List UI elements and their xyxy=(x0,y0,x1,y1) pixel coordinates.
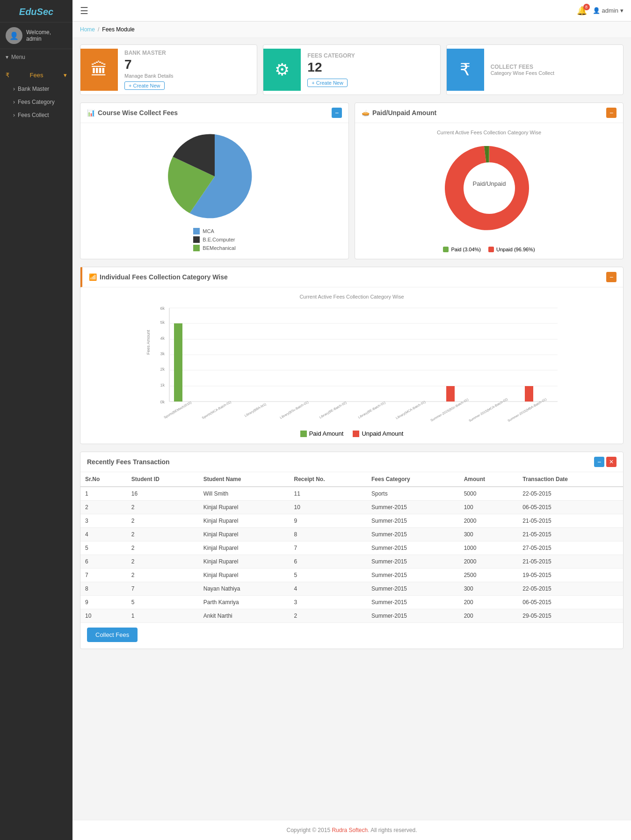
table-cell-student_id: 2 xyxy=(127,569,199,582)
table-cell-receipt: 5 xyxy=(289,569,367,582)
sidebar-item-label: Bank Master xyxy=(18,86,49,92)
bar-chart-minimize-btn[interactable]: − xyxy=(606,272,616,282)
table-cell-amount: 2000 xyxy=(459,555,518,569)
gear-icon: ⚙ xyxy=(263,49,301,91)
paid-unpaid-minimize-btn[interactable]: − xyxy=(606,108,616,118)
table-cell-date: 21-05-2015 xyxy=(518,514,623,528)
svg-point-0 xyxy=(464,162,515,214)
paid-unpaid-body: Current Active Fees Collection Category … xyxy=(355,123,623,259)
rupee-icon: ₹ xyxy=(6,72,9,79)
col-fees-category: Fees Category xyxy=(367,472,459,487)
table-cell-date: 19-05-2015 xyxy=(518,569,623,582)
be-computer-label: B.E.Computer xyxy=(203,237,235,242)
fees-category-card: ⚙ FEES CATEGORY 12 + Create New xyxy=(263,44,440,95)
table-cell-date: 22-05-2015 xyxy=(518,487,623,501)
col-student-name: Student Name xyxy=(199,472,290,487)
course-pie-title-area: 📊 Course Wise Collect Fees xyxy=(87,109,178,117)
notification-icon[interactable]: 🔔 8 xyxy=(577,6,587,16)
avatar: 👤 xyxy=(6,27,22,44)
course-pie-minimize-btn[interactable]: − xyxy=(332,108,342,118)
table-cell-sr: 8 xyxy=(80,582,127,596)
table-cell-sr: 3 xyxy=(80,514,127,528)
table-cell-date: 06-05-2015 xyxy=(518,501,623,514)
donut-icon: 🥧 xyxy=(362,109,370,117)
col-student-id: Student ID xyxy=(127,472,199,487)
user-icon: 👤 xyxy=(593,7,600,14)
table-cell-student_id: 2 xyxy=(127,514,199,528)
legend-unpaid: Unpaid (96.96%) xyxy=(488,247,535,252)
collect-fees-card-title: COLLECT FEES xyxy=(491,64,616,70)
table-cell-sr: 1 xyxy=(80,487,127,501)
course-pie-legend: MCA B.E.Computer BEMechanical xyxy=(193,228,235,251)
table-row: 72Kinjal Ruparel5Summer-2015250019-05-20… xyxy=(80,569,623,582)
transactions-actions: − ✕ xyxy=(594,457,616,467)
transactions-header: Recently Fees Transaction − ✕ xyxy=(80,452,623,472)
table-cell-name: Kinjal Ruparel xyxy=(199,555,290,569)
collect-fees-button[interactable]: Collect Fees xyxy=(87,628,138,642)
rupee-icon: ₹ xyxy=(447,49,484,91)
table-cell-amount: 5000 xyxy=(459,487,518,501)
svg-text:Sports(BEMech2015): Sports(BEMech2015) xyxy=(163,401,192,419)
fees-category-card-number: 12 xyxy=(307,60,433,75)
pie-chart-icon: 📊 xyxy=(87,109,95,117)
paid-unpaid-title-area: 🥧 Paid/Unpaid Amount xyxy=(362,109,436,117)
svg-text:Library(MCA-Batch-01): Library(MCA-Batch-01) xyxy=(395,400,426,420)
paid-unpaid-svg: Paid/Unpaid xyxy=(433,139,545,242)
bank-create-link[interactable]: + Create New xyxy=(124,81,165,90)
table-cell-name: Nayan Nathiya xyxy=(199,582,290,596)
svg-text:3k: 3k xyxy=(160,351,165,356)
table-cell-amount: 200 xyxy=(459,596,518,609)
table-cell-sr: 2 xyxy=(80,501,127,514)
collect-fees-card: ₹ COLLECT FEES Category Wise Fees Collec… xyxy=(446,44,624,95)
bar-unpaid-label: Unpaid Amount xyxy=(362,430,403,437)
collect-fees-card-sub: Category Wise Fees Collect xyxy=(491,70,616,76)
table-row: 101Ankit Narthi2Summer-201520029-05-2015 xyxy=(80,609,623,623)
table-cell-category: Summer-2015 xyxy=(367,569,459,582)
table-cell-receipt: 4 xyxy=(289,582,367,596)
sidebar-user: 👤 Welcome, admin xyxy=(0,22,73,49)
admin-dropdown[interactable]: 👤 admin ▾ xyxy=(593,7,624,14)
sidebar-item-bank-master[interactable]: › Bank Master xyxy=(0,82,73,95)
table-row: 32Kinjal Ruparel9Summer-2015200021-05-20… xyxy=(80,514,623,528)
transactions-minimize-btn[interactable]: − xyxy=(594,457,604,467)
table-cell-student_id: 5 xyxy=(127,596,199,609)
bar-chart-title-area: 📶 Individual Fees Collection Category Wi… xyxy=(89,273,228,281)
table-cell-amount: 2000 xyxy=(459,514,518,528)
footer-link[interactable]: Rudra Softech xyxy=(332,827,368,833)
table-cell-category: Summer-2015 xyxy=(367,514,459,528)
svg-text:Library(BE-Batch-02): Library(BE-Batch-02) xyxy=(319,401,348,419)
table-cell-date: 21-05-2015 xyxy=(518,555,623,569)
menu-label: Menu xyxy=(11,54,25,60)
fees-section-title[interactable]: ₹ Fees ▾ xyxy=(0,68,73,82)
svg-text:2k: 2k xyxy=(160,367,165,372)
table-cell-date: 29-05-2015 xyxy=(518,609,623,623)
arrow-icon: › xyxy=(13,112,15,118)
sidebar: EduSec 👤 Welcome, admin ▾ Menu ₹ Fees ▾ … xyxy=(0,0,73,840)
fees-category-create-link[interactable]: + Create New xyxy=(307,79,348,87)
transactions-table: Sr.No Student ID Student Name Receipt No… xyxy=(80,472,623,623)
table-cell-amount: 300 xyxy=(459,528,518,541)
transactions-close-btn[interactable]: ✕ xyxy=(606,457,616,467)
sidebar-item-fees-category[interactable]: › Fees Category xyxy=(0,95,73,109)
transactions-title: Recently Fees Transaction xyxy=(87,458,170,466)
topbar: ☰ 🔔 8 👤 admin ▾ xyxy=(73,0,631,22)
hamburger-icon[interactable]: ☰ xyxy=(80,5,88,16)
table-cell-receipt: 2 xyxy=(289,609,367,623)
breadcrumb-home[interactable]: Home xyxy=(80,26,95,33)
bar-chart-subtitle: Current Active Fees Collection Category … xyxy=(87,294,616,299)
course-pie-title: Course Wise Collect Fees xyxy=(98,109,178,117)
legend-be-mechanical: BEMechanical xyxy=(193,245,235,251)
sidebar-item-fees-collect[interactable]: › Fees Collect xyxy=(0,109,73,122)
svg-text:Paid/Unpaid: Paid/Unpaid xyxy=(472,180,506,187)
fees-category-card-body: FEES CATEGORY 12 + Create New xyxy=(301,48,440,92)
svg-text:Library(BBA-bt1): Library(BBA-bt1) xyxy=(244,402,267,418)
welcome-text: Welcome, admin xyxy=(26,29,67,42)
svg-text:1k: 1k xyxy=(160,383,165,387)
menu-header[interactable]: ▾ Menu xyxy=(0,49,73,65)
svg-text:0k: 0k xyxy=(160,400,165,404)
table-cell-category: Summer-2015 xyxy=(367,609,459,623)
collect-fees-card-body: COLLECT FEES Category Wise Fees Collect xyxy=(484,59,623,80)
legend-be-computer: B.E.Computer xyxy=(193,236,235,243)
transactions-table-wrapper: Sr.No Student ID Student Name Receipt No… xyxy=(80,472,623,623)
table-cell-receipt: 10 xyxy=(289,501,367,514)
